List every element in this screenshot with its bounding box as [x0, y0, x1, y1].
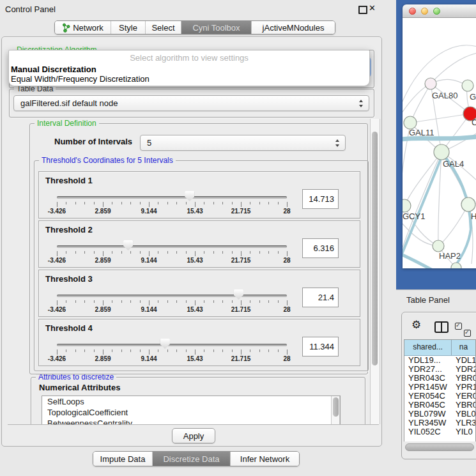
node-attribute-table[interactable]: shared... na YDL19...YDL1YDR27...YDR2YBR… [404, 339, 476, 441]
column-header-name[interactable]: na [452, 340, 475, 355]
slider-thumb[interactable] [123, 240, 133, 250]
scrollbar-thumb[interactable] [333, 397, 339, 417]
number-of-intervals-combobox[interactable]: 5 [140, 135, 346, 151]
network-node[interactable] [433, 240, 444, 252]
network-edge-highlighted[interactable] [403, 254, 440, 268]
network-edge[interactable] [411, 114, 470, 123]
slider-thumb[interactable] [185, 191, 194, 201]
table-cell[interactable]: YER0 [456, 392, 475, 401]
table-row[interactable]: YBR043CYBR0 [404, 374, 475, 383]
slider-tick [158, 202, 158, 204]
dropdown-option-manual[interactable]: Manual Discretization [11, 65, 96, 74]
table-cell[interactable]: YDL19... [408, 356, 441, 365]
table-cell[interactable]: YBR0 [456, 401, 475, 410]
dropdown-option-equal-width[interactable]: Equal Width/Frequency Discretization [11, 74, 150, 84]
slider-track[interactable] [57, 245, 287, 248]
table-cell[interactable]: YDR27... [408, 365, 442, 374]
network-edge[interactable] [431, 53, 476, 84]
slider-thumb[interactable] [234, 289, 243, 300]
network-node-label: C [472, 118, 476, 127]
close-traffic-light-icon[interactable] [409, 8, 416, 15]
table-cell[interactable]: YBL0 [456, 410, 475, 418]
list-item[interactable]: TopologicalCoefficient [42, 407, 340, 418]
table-row[interactable]: YBR045CYBR0 [404, 401, 475, 410]
table-cell[interactable]: YER054C [408, 392, 445, 401]
float-window-icon[interactable] [358, 6, 367, 14]
thresholds-group: Threshold's Coordinates for 5 Intervals … [34, 160, 369, 371]
close-icon[interactable]: ✕ [369, 3, 376, 13]
network-node[interactable] [461, 197, 475, 211]
table-cell[interactable]: YBL079W [408, 410, 446, 418]
network-node[interactable] [425, 78, 436, 89]
threshold-value-input[interactable]: 11.344 [302, 337, 339, 357]
minimize-traffic-light-icon[interactable] [421, 8, 428, 15]
network-node[interactable] [434, 144, 449, 160]
table-cell[interactable]: YPR1 [456, 383, 475, 392]
checkbox-icon[interactable] [464, 330, 471, 337]
horizontal-scrollbar-thumb[interactable] [405, 443, 474, 451]
slider-tick [94, 202, 95, 204]
table-cell[interactable]: YLR3 [456, 418, 475, 427]
group-title: Interval Definition [35, 119, 99, 128]
tab-style[interactable]: Style [111, 21, 146, 34]
network-edge[interactable] [404, 152, 441, 206]
tab-infer-network[interactable]: Infer Network [231, 452, 299, 466]
network-node[interactable] [404, 116, 417, 129]
network-node[interactable] [403, 199, 411, 212]
tick-label: 9.144 [141, 306, 157, 313]
table-data-combobox[interactable]: galFiltered.sif default node [13, 95, 369, 111]
network-node[interactable] [462, 80, 473, 91]
table-row[interactable]: YER054CYER0 [404, 392, 475, 401]
slider-tick [186, 300, 187, 303]
table-row[interactable]: YIL052CYIL0 [404, 427, 475, 435]
attributes-list[interactable]: SelfLoopsTopologicalCoefficientBetweenne… [42, 395, 341, 424]
network-window-titlebar[interactable] [403, 4, 476, 18]
list-item[interactable]: BetweennessCentrality [42, 418, 340, 424]
gear-icon[interactable]: ⚙ [411, 319, 421, 330]
table-cell[interactable]: YBR043C [408, 374, 445, 383]
table-cell[interactable]: YBR0 [456, 374, 475, 383]
tab-impute-data[interactable]: Impute Data [93, 452, 153, 466]
table-cell[interactable]: YBR045C [408, 401, 445, 410]
list-item[interactable]: SelfLoops [42, 396, 340, 407]
split-columns-icon[interactable] [434, 321, 449, 333]
threshold-value-input[interactable]: 6.316 [302, 238, 339, 258]
table-row[interactable]: YDL19...YDL1 [404, 356, 475, 365]
settings-scrollbar[interactable] [370, 119, 380, 424]
table-cell[interactable]: YPR145W [408, 383, 447, 392]
table-row[interactable]: YLR345WYLR3 [404, 418, 475, 427]
network-edge[interactable] [439, 204, 468, 246]
checkbox-icon[interactable] [455, 323, 462, 330]
slider-track[interactable] [57, 196, 287, 199]
zoom-traffic-light-icon[interactable] [433, 8, 440, 15]
network-edge[interactable] [411, 84, 431, 123]
slider-thumb[interactable] [160, 339, 170, 349]
table-cell[interactable]: YIL052C [408, 427, 441, 435]
network-view-frame[interactable]: GAL80GACGAL11GAL4GCY1HHAP2 [396, 0, 476, 289]
table-cell[interactable]: YIL0 [456, 427, 473, 435]
table-cell[interactable]: YDL1 [456, 356, 475, 365]
table-row[interactable]: YPR145WYPR1 [404, 383, 475, 392]
tab-select[interactable]: Select [146, 21, 181, 34]
slider-tick [149, 202, 150, 207]
table-row[interactable]: YDR27...YDR2 [404, 365, 475, 374]
slider-track[interactable] [57, 344, 287, 346]
attributes-scrollbar[interactable] [331, 396, 340, 424]
scrollbar-thumb[interactable] [372, 132, 378, 365]
column-header-shared-name[interactable]: shared... [404, 340, 452, 355]
slider-track[interactable] [57, 295, 287, 297]
table-row[interactable]: YBL079WYBL0 [404, 410, 475, 418]
slider-tick [204, 349, 204, 352]
tab-discretize-data[interactable]: Discretize Data [153, 452, 231, 466]
divider [396, 289, 476, 290]
tab-cyni-toolbox[interactable]: Cyni Toolbox [181, 21, 252, 34]
apply-button[interactable]: Apply [172, 428, 215, 443]
tab-jactivemnodules[interactable]: jActiveMNodules [252, 21, 335, 34]
threshold-value-input[interactable]: 21.4 [302, 288, 339, 307]
table-cell[interactable]: YLR345W [408, 418, 446, 427]
slider-tick [241, 349, 242, 355]
network-canvas[interactable]: GAL80GACGAL11GAL4GCY1HHAP2 [403, 18, 476, 268]
table-cell[interactable]: YDR2 [456, 365, 475, 374]
threshold-value-input[interactable]: 14.713 [302, 189, 339, 209]
tab-network[interactable]: Network [55, 21, 111, 34]
